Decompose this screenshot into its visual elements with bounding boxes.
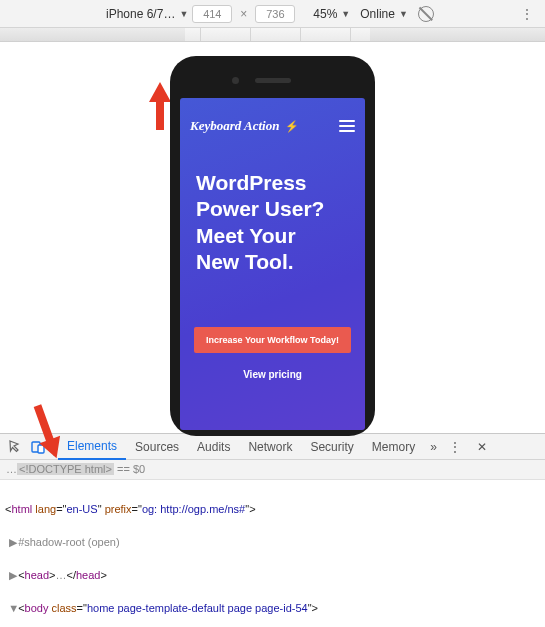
zoom-selector[interactable]: 45% ▼ <box>313 7 350 21</box>
app-header: Keyboard Action ⚡ <box>180 112 365 140</box>
status-bar <box>180 98 365 112</box>
breadcrumb[interactable]: …<!DOCTYPE html> == $0 <box>0 460 545 480</box>
tab-sources[interactable]: Sources <box>126 434 188 460</box>
close-devtools-icon[interactable]: ✕ <box>471 440 493 454</box>
hamburger-menu-icon[interactable] <box>339 120 355 132</box>
hero-line: New Tool. <box>196 249 349 275</box>
width-input[interactable] <box>192 5 232 23</box>
hero-line: Meet Your <box>196 223 349 249</box>
bolt-icon: ⚡ <box>285 120 299 133</box>
throttling-selector[interactable]: Online ▼ <box>360 7 408 21</box>
phone-speaker-icon <box>255 78 291 83</box>
crumb-ellipsis: … <box>6 463 17 475</box>
ruler <box>0 28 545 42</box>
tabs-overflow-icon[interactable]: » <box>424 440 443 454</box>
dom-tree[interactable]: <html lang="en-US" prefix="og: http://og… <box>0 480 545 627</box>
device-toolbar: iPhone 6/7… ▼ × 45% ▼ Online ▼ ⋮ <box>0 0 545 28</box>
cta-button[interactable]: Increase Your Workflow Today! <box>194 327 351 353</box>
height-input[interactable] <box>255 5 295 23</box>
inspect-element-icon[interactable] <box>5 436 27 458</box>
devtools-panel: Elements Sources Audits Network Security… <box>0 433 545 627</box>
tab-audits[interactable]: Audits <box>188 434 239 460</box>
crumb-doctype: <!DOCTYPE html> <box>17 463 114 475</box>
dropdown-triangle-icon: ▼ <box>341 9 350 19</box>
devtools-tabs: Elements Sources Audits Network Security… <box>0 434 545 460</box>
cta-wrap: Increase Your Workflow Today! <box>180 327 365 353</box>
hero-heading: WordPress Power User? Meet Your New Tool… <box>180 140 365 285</box>
dropdown-triangle-icon: ▼ <box>179 9 188 19</box>
brand-logo: Keyboard Action <box>190 118 279 134</box>
phone-camera-icon <box>232 77 239 84</box>
view-pricing-link[interactable]: View pricing <box>180 369 365 380</box>
rotate-icon[interactable] <box>418 6 434 22</box>
devtools-menu-icon[interactable]: ⋮ <box>443 440 467 454</box>
crumb-var: == $0 <box>114 463 145 475</box>
tab-memory[interactable]: Memory <box>363 434 424 460</box>
device-selector[interactable]: iPhone 6/7… ▼ <box>106 7 188 21</box>
device-name: iPhone 6/7… <box>106 7 175 21</box>
tab-security[interactable]: Security <box>301 434 362 460</box>
phone-screen[interactable]: Keyboard Action ⚡ WordPress Power User? … <box>180 98 365 430</box>
hero-line: WordPress <box>196 170 349 196</box>
more-options-icon[interactable]: ⋮ <box>515 7 539 21</box>
network-state: Online <box>360 7 395 21</box>
dimension-separator: × <box>240 7 247 21</box>
tab-elements[interactable]: Elements <box>58 434 126 460</box>
zoom-value: 45% <box>313 7 337 21</box>
tab-network[interactable]: Network <box>239 434 301 460</box>
phone-frame: Keyboard Action ⚡ WordPress Power User? … <box>170 56 375 436</box>
device-viewport: Keyboard Action ⚡ WordPress Power User? … <box>0 42 545 433</box>
red-arrow-annotation <box>32 402 62 462</box>
dom-shadow-root[interactable]: #shadow-root (open) <box>18 536 120 548</box>
hero-line: Power User? <box>196 196 349 222</box>
dropdown-triangle-icon: ▼ <box>399 9 408 19</box>
